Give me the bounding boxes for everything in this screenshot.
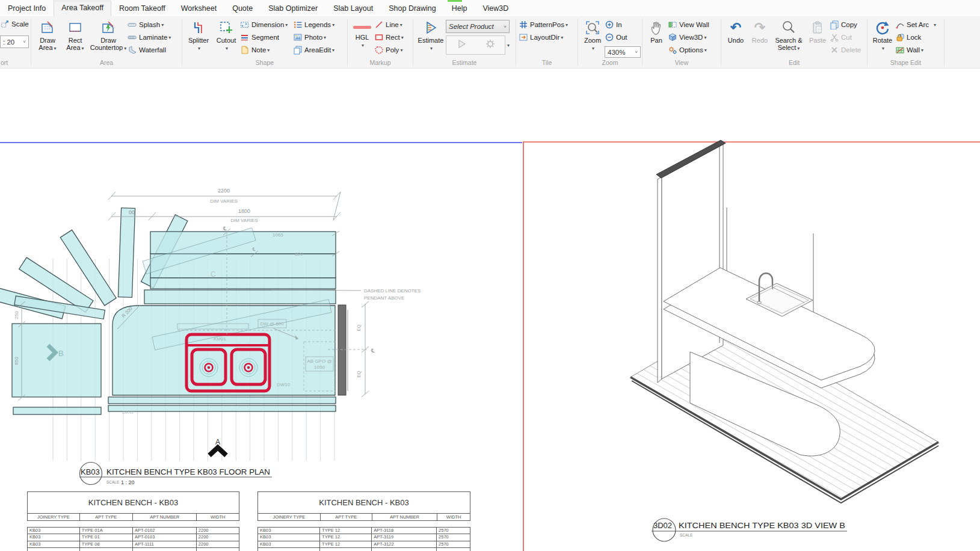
tab-area-takeoff[interactable]: Area Takeoff	[54, 1, 111, 16]
tab-view3d[interactable]: View3D	[475, 1, 516, 16]
note-button[interactable]: Note▾	[240, 45, 293, 55]
hgl-button[interactable]: HGL▾	[350, 18, 374, 49]
dimension-button[interactable]: Dimension▾	[240, 20, 293, 29]
options-button[interactable]: Options▾	[668, 45, 715, 55]
tab-slab-layout[interactable]: Slab Layout	[325, 1, 381, 16]
schedule-table-left: KITCHEN BENCH - KB03 JOINERY TYPE APT TY…	[27, 491, 239, 521]
svg-text:PENDANT ABOVE: PENDANT ABOVE	[364, 295, 404, 301]
chevron-down-icon: ▾	[921, 48, 923, 53]
svg-text:C: C	[211, 270, 216, 279]
chevron-down-icon[interactable]: ▾	[507, 43, 510, 48]
line-markup-button[interactable]: Line▾	[374, 20, 410, 29]
svg-text:℄: ℄	[371, 348, 375, 354]
chevron-down-icon: ▾	[168, 35, 171, 40]
group-divider	[516, 19, 516, 66]
run-estimate-icon[interactable]	[455, 37, 468, 53]
splitter-button[interactable]: Splitter▾	[185, 18, 212, 52]
select-product-combo[interactable]: Select Product˅	[446, 20, 510, 33]
estimate-button[interactable]: Estimate▾	[416, 18, 446, 52]
waterfall-icon	[128, 45, 137, 55]
rect-area-button[interactable]: Rect Area▾	[61, 18, 89, 52]
zoom-level-combo[interactable]: 430%˅	[605, 46, 641, 58]
photo-icon	[293, 32, 303, 42]
delete-button[interactable]: Delete	[830, 45, 861, 55]
wall-button[interactable]: Wall▾	[895, 45, 937, 55]
pan-button[interactable]: Pan	[645, 18, 668, 44]
view3d-button[interactable]: View3D▾	[668, 32, 715, 42]
table-row: KB03TYPE 08APT-11112200	[28, 541, 239, 548]
photo-button[interactable]: Photo▾	[293, 32, 341, 42]
splash-button[interactable]: Splash▾	[128, 20, 171, 29]
estimate-icon	[423, 20, 439, 35]
hgl-swatch-icon	[353, 26, 371, 29]
pattern-pos-button[interactable]: PatternPos▾	[519, 20, 568, 29]
svg-text:KM01: KM01	[214, 336, 226, 342]
set-arc-button[interactable]: Set Arc▾	[895, 20, 937, 29]
search-select-button[interactable]: Search & Select▾	[772, 18, 806, 52]
area-edit-button[interactable]: AreaEdit▾	[293, 45, 341, 55]
group-divider	[31, 19, 31, 66]
scale-button[interactable]: Scale	[0, 19, 29, 29]
ribbon-group-zoom: Zoom▾ In Out	[579, 16, 641, 68]
zoom-icon	[585, 20, 600, 35]
tab-help[interactable]: Help	[444, 1, 475, 16]
takeoff-left-return[interactable]	[12, 324, 101, 414]
redo-icon: ↷	[752, 20, 768, 35]
cut-button[interactable]: Cut	[830, 32, 861, 42]
rotate-icon	[875, 20, 890, 35]
chevron-down-icon: ▾	[704, 48, 707, 53]
svg-text:DIM VARIES: DIM VARIES	[230, 218, 258, 223]
area-edit-icon	[293, 45, 303, 55]
cutout-icon	[218, 20, 234, 35]
group-divider	[182, 19, 182, 66]
poly-markup-button[interactable]: Poly▾	[374, 45, 410, 55]
estimate-settings-gear-icon[interactable]	[484, 38, 496, 52]
tab-worksheet[interactable]: Worksheet	[173, 1, 225, 16]
rect-markup-button[interactable]: Rect▾	[374, 32, 410, 42]
copy-icon	[830, 20, 839, 29]
redo-button[interactable]: ↷ Redo	[748, 18, 772, 44]
layout-dir-button[interactable]: LayoutDir▾	[519, 32, 568, 42]
zoom-in-button[interactable]: In	[605, 20, 641, 29]
undo-button[interactable]: ↶ Undo	[724, 18, 748, 44]
copy-button[interactable]: Copy	[830, 20, 861, 29]
scale-value-combo[interactable]: : 20˅	[0, 35, 29, 48]
table-row	[28, 548, 239, 551]
legends-button[interactable]: Legends▾	[293, 20, 341, 29]
view3d-cube-icon	[668, 32, 677, 42]
chevron-down-icon: ▾	[592, 46, 594, 51]
svg-text:1050: 1050	[314, 365, 325, 370]
tab-slab-optimizer[interactable]: Slab Optimizer	[260, 1, 325, 16]
tab-quote[interactable]: Quote	[224, 1, 260, 16]
lock-button[interactable]: Lock	[895, 32, 937, 42]
cutout-button[interactable]: Cutout▾	[212, 18, 240, 52]
svg-text:DW @ 600: DW @ 600	[260, 321, 284, 327]
view-wall-button[interactable]: View Wall	[668, 20, 715, 29]
chevron-down-icon: ▾	[566, 22, 568, 28]
svg-text:℄: ℄	[252, 247, 256, 252]
svg-text:KB03: KB03	[81, 467, 100, 476]
svg-text:SCALE: SCALE	[680, 533, 693, 537]
wall-section	[338, 305, 348, 395]
tab-shop-drawing[interactable]: Shop Drawing	[381, 1, 444, 16]
laminate-button[interactable]: Laminate▾	[128, 32, 171, 42]
rotate-button[interactable]: Rotate▾	[870, 18, 895, 52]
segment-button[interactable]: Segment	[240, 32, 293, 42]
group-divider	[578, 19, 578, 66]
svg-text:DRW: DRW	[122, 410, 134, 415]
drawing-canvas[interactable]: DW @ 600 KM01 AB GPO @ 1050 DW10 DRW C 1…	[0, 69, 980, 551]
waterfall-button[interactable]: Waterfall	[128, 45, 171, 55]
zoom-out-button[interactable]: Out	[605, 32, 641, 42]
tab-project-info[interactable]: Project Info	[0, 1, 54, 16]
draw-area-button[interactable]: Draw Area▾	[34, 18, 61, 52]
zoom-button[interactable]: Zoom▾	[581, 18, 605, 52]
zoom-in-icon	[605, 20, 614, 29]
view3d-drawing[interactable]	[627, 140, 946, 503]
paste-button[interactable]: Paste	[806, 18, 830, 44]
draw-countertop-button[interactable]: Draw Countertop▾	[89, 18, 128, 52]
svg-text:EQ: EQ	[356, 324, 362, 331]
tab-room-takeoff[interactable]: Room Takeoff	[111, 1, 173, 16]
chevron-down-icon: ▾	[161, 22, 164, 28]
draw-area-icon	[40, 20, 55, 35]
svg-text:DW10: DW10	[277, 382, 291, 387]
